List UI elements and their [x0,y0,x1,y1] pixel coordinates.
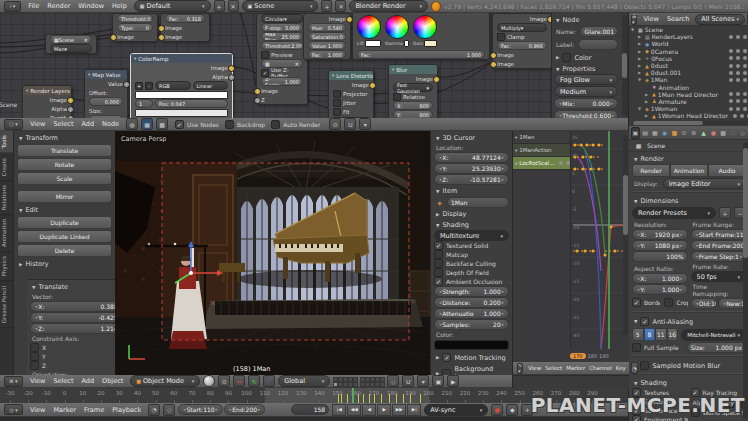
node-row-scenefield[interactable]: ▦Scene✕ [46,35,96,44]
field-threshold[interactable]: ◂Threshold:0.600▸ [554,110,618,118]
outliner-item-0dust[interactable]: ▶▲0dust [629,62,748,69]
node-checkbox[interactable]: ✓ [261,69,269,77]
node-row-check[interactable]: Fit [329,107,373,116]
selectability-icon[interactable] [736,92,740,96]
node-row-drop[interactable]: Multiply▾ [493,23,551,32]
button-duplicate[interactable]: Duplicate [17,216,112,229]
menu-channel[interactable]: Channel [587,365,614,371]
tab-physics[interactable]: Physics [0,252,13,281]
node-row-check[interactable]: Clamp [493,32,551,41]
editor-type-icon[interactable]: ∿ ▾ [517,363,523,374]
tab-constraints[interactable]: ⊙ [680,127,689,139]
node-field-fac[interactable]: Fac:1.000 [308,50,346,59]
node-row-field[interactable]: 0.000 [85,97,127,106]
field-x[interactable]: ◂X:1920 px▸ [632,229,688,240]
expand-icon[interactable]: ▶ [638,34,643,39]
tab-texture[interactable]: ▩ [719,127,728,139]
field-x[interactable]: ◂X:48.77124▸ [434,152,509,163]
input-socket[interactable] [490,52,497,59]
expand-icon[interactable]: ▼ [638,106,643,111]
node-checkbox[interactable] [393,93,401,101]
node-render-layers[interactable]: ▾Render LayersSceneImageAlphaDepth [22,85,72,118]
graph-editor[interactable]: ▾1Man▾1ManAction▾LocRotScal... [512,131,629,388]
screen-layout-dropdown[interactable]: ▦ Default ▾ [134,0,211,12]
render-result-icon[interactable] [729,35,733,39]
tab-create[interactable]: Create [0,154,13,181]
node-row-in[interactable]: Image [161,32,209,41]
value-bar[interactable] [135,109,228,117]
field-old[interactable]: ◂Old:100▸ [691,298,718,309]
menu-frame[interactable]: Frame [80,406,108,414]
tab-particles[interactable]: ∴ [729,127,738,139]
checkbox-textured-solid[interactable]: ✓Textured Solid [434,241,509,250]
next-keyframe-button[interactable]: ▶▶ [392,404,406,416]
node-row-in[interactable]: Image [113,32,157,41]
render-toggle-icon[interactable] [743,64,747,68]
node-row-in[interactable]: Image [493,59,551,68]
menu-select[interactable]: Select [543,365,564,371]
texture-nodes-icon[interactable]: ▩ [156,118,168,130]
node-title[interactable]: ▾Render Layers [23,86,71,95]
channel-locrotscal[interactable]: ▾LocRotScal... [513,157,570,170]
outliner-item-armature[interactable]: ▶♟Armature [629,98,748,105]
section-transform[interactable]: ▼Transform [17,132,112,143]
expand-icon[interactable]: ▶ [638,49,643,54]
field-y[interactable]: ◂Y:25.23930▸ [434,163,509,174]
resolution-scale-field[interactable]: 100% [632,251,688,262]
node-row-field[interactable]: Hue:0.540 [304,23,350,32]
manipulator-translate-icon[interactable]: ↔ [233,375,245,387]
tab-modifiers[interactable]: ⊛ [690,127,699,139]
input-socket[interactable] [158,34,165,41]
node-field-fac[interactable]: Fac:1.000 [357,50,485,59]
graph-scrollbar[interactable] [623,135,628,335]
node-row-out[interactable]: Image [304,14,350,23]
color-swatch-gamma[interactable] [404,40,409,47]
current-frame-marker[interactable] [352,388,354,403]
visibility-eye-icon[interactable] [729,71,733,75]
node-row-check[interactable]: Relative [389,92,437,101]
node-editor-scrollbar[interactable] [622,15,627,116]
manipulator-scale-icon[interactable]: ⤢ [263,375,275,387]
expand-icon[interactable]: ▶ [638,41,643,46]
scene-dropdown[interactable]: ▣ Scene ▾ [242,0,319,12]
checkbox-matcap[interactable]: Matcap [434,250,509,259]
checkbox-ambient-occlusion[interactable]: ✓Ambient Occlusion [434,277,509,286]
render-result-icon[interactable] [743,35,747,39]
play-reverse-button[interactable]: ◀ [362,404,376,416]
node-threshold-node[interactable]: Threshold:0.010Type:0Image [112,13,158,42]
snap-icon[interactable]: U [344,118,356,130]
input-socket[interactable] [254,88,261,95]
node-row-drop[interactable]: Circular▾ [257,14,307,23]
node-label-field[interactable] [578,39,618,50]
graph-curve-area[interactable]: 151050-5-10-15-20-25-30-35-40 [570,131,623,349]
field-attenuatio[interactable]: ◂Attenuatio1.000▸ [434,308,509,319]
editor-type-icon[interactable]: ☰ ▾ [631,14,637,25]
snap-element-icon[interactable]: ▾ [417,375,429,387]
node-defocus[interactable]: Circular▾F-stop:3.000Max Blur:25.000Thre… [256,13,308,105]
aa-size-field[interactable]: Size:1.000 px [687,342,747,353]
node-row-field[interactable]: Saturation:0.940 [304,32,350,41]
node-row-in[interactable]: Image [161,23,209,32]
menu-file[interactable]: File [24,2,43,10]
expand-icon[interactable]: ▼ [631,27,636,32]
node-editor[interactable]: ▦Scene✕Man▾▾Render LayersSceneImageAlpha… [0,13,628,118]
node-row-out[interactable]: Alpha [23,104,71,113]
node-row-toolbar[interactable]: +-RGBLinear [131,81,232,90]
button-scale[interactable]: Scale [17,172,112,185]
render-toggle-icon[interactable] [743,99,747,103]
display-dropdown[interactable]: Image Editor▾ [663,178,746,189]
outliner-item-0focus[interactable]: ▶+0Focus [629,55,748,62]
add-preset-button[interactable]: + [719,207,731,219]
tab-relations[interactable]: Relations [0,181,13,215]
node-row-in[interactable]: Image [493,50,551,59]
node-row-field[interactable]: X:800 [389,101,437,110]
outliner-item-scene[interactable]: ▼▦Scene [629,26,748,33]
viewport-scene[interactable]: Camera Persp (158) 1Man [115,131,430,375]
mode-dropdown[interactable]: ■ Object Mode▾ [130,375,200,387]
visibility-eye-icon[interactable] [729,92,733,96]
visibility-eye-icon[interactable] [729,78,733,82]
input-socket[interactable] [158,25,165,32]
outliner-scope-dropdown[interactable]: All Scenes▾ [695,14,745,25]
ao-color-swatch[interactable] [434,340,509,350]
input-socket[interactable] [254,97,261,104]
